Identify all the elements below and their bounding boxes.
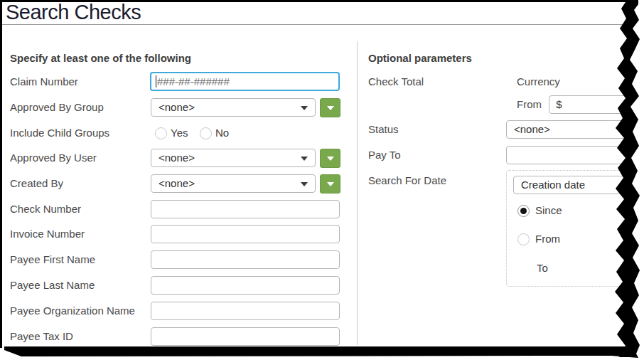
include-child-groups-yes-label: Yes xyxy=(171,124,188,142)
payee-tax-id-label: Payee Tax ID xyxy=(10,327,73,346)
date-type-select[interactable]: Creation date xyxy=(513,176,626,194)
date-to-label: To xyxy=(537,259,548,277)
status-value: <none> xyxy=(514,123,550,135)
date-since-label: Since xyxy=(535,201,562,220)
search-checks-screen: Search Checks Specify at least one of th… xyxy=(0,0,644,360)
chevron-down-icon xyxy=(327,106,334,110)
check-total-from-label: From xyxy=(517,95,542,114)
created-by-label: Created By xyxy=(10,174,63,193)
payee-organization-name-input[interactable] xyxy=(151,302,340,320)
pay-to-input[interactable] xyxy=(506,146,628,164)
chevron-down-icon xyxy=(301,106,308,110)
date-type-value: Creation date xyxy=(521,179,585,191)
right-section-header: Optional parameters xyxy=(368,49,472,68)
created-by-picker-button[interactable] xyxy=(320,174,340,194)
page-title: Search Checks xyxy=(6,1,141,24)
approved-by-group-picker-button[interactable] xyxy=(320,98,340,117)
include-child-groups-yes-radio[interactable] xyxy=(155,127,167,139)
approved-by-user-picker-button[interactable] xyxy=(320,149,340,168)
text-cursor xyxy=(156,75,156,88)
include-child-groups-label: Include Child Groups xyxy=(10,124,109,142)
title-divider xyxy=(1,24,628,25)
claim-number-label: Claim Number xyxy=(10,73,78,91)
payee-first-name-input[interactable] xyxy=(151,250,340,269)
check-number-label: Check Number xyxy=(10,200,81,218)
check-total-label: Check Total xyxy=(368,73,424,91)
column-divider xyxy=(357,41,358,345)
pay-to-label: Pay To xyxy=(368,146,401,164)
date-from-label: From xyxy=(535,230,560,248)
approved-by-user-label: Approved By User xyxy=(10,149,97,167)
approved-by-group-label: Approved By Group xyxy=(10,98,104,117)
claim-number-value: ###-##-###### xyxy=(157,75,230,88)
chevron-down-icon xyxy=(301,182,308,186)
invoice-number-input[interactable] xyxy=(151,225,340,243)
include-child-groups-no-radio[interactable] xyxy=(200,127,212,139)
payee-first-name-label: Payee First Name xyxy=(10,250,95,269)
search-for-date-label: Search For Date xyxy=(368,171,446,190)
payee-last-name-label: Payee Last Name xyxy=(10,276,95,295)
check-number-input[interactable] xyxy=(151,200,340,218)
approved-by-user-value: <none> xyxy=(159,152,195,164)
payee-last-name-input[interactable] xyxy=(151,276,340,295)
status-select[interactable]: <none> xyxy=(506,120,628,139)
date-since-radio[interactable] xyxy=(517,205,530,217)
invoice-number-label: Invoice Number xyxy=(10,225,85,243)
created-by-select[interactable]: <none> xyxy=(151,174,316,193)
created-by-value: <none> xyxy=(159,177,195,189)
currency-label: Currency xyxy=(517,73,560,91)
check-total-from-input[interactable] xyxy=(569,95,628,114)
chevron-down-icon xyxy=(327,182,334,186)
approved-by-group-value: <none> xyxy=(159,101,195,113)
approved-by-user-select[interactable]: <none> xyxy=(151,149,316,167)
approved-by-group-select[interactable]: <none> xyxy=(151,98,316,117)
include-child-groups-no-label: No xyxy=(215,124,229,142)
payee-tax-id-input[interactable] xyxy=(151,327,340,346)
payee-organization-name-label: Payee Organization Name xyxy=(10,302,135,320)
left-section-header: Specify at least one of the following xyxy=(10,49,191,68)
date-from-radio[interactable] xyxy=(517,233,530,245)
status-label: Status xyxy=(368,120,399,139)
claim-number-input[interactable]: ###-##-###### xyxy=(150,72,340,91)
chevron-down-icon xyxy=(301,157,308,161)
currency-symbol-box: $ xyxy=(549,95,569,114)
chevron-down-icon xyxy=(327,157,334,161)
